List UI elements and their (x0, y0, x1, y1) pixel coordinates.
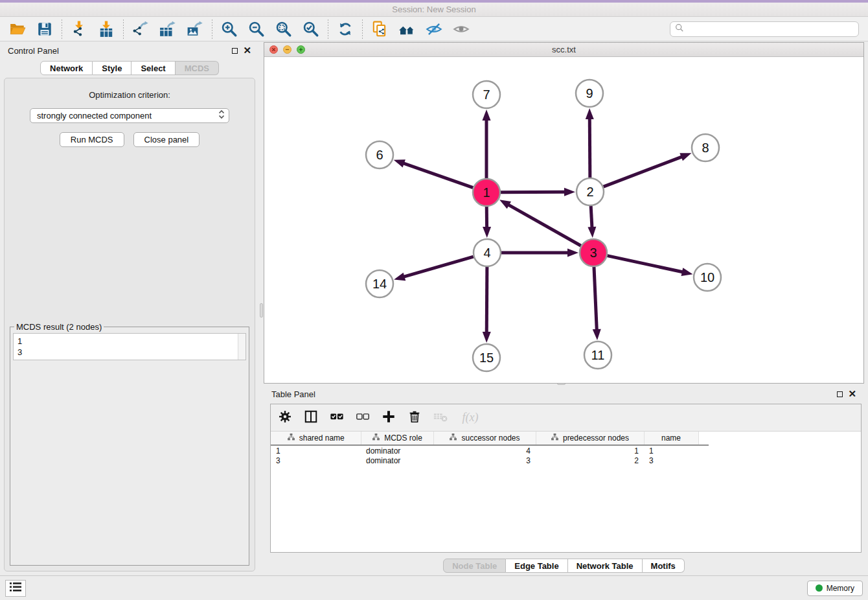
optimization-criterion-select[interactable]: strongly connected component (30, 108, 229, 123)
table-cell-filler (698, 456, 709, 466)
tab-edge-table[interactable]: Edge Table (506, 559, 567, 573)
column-layout-button[interactable] (303, 410, 319, 426)
memory-button[interactable]: Memory (807, 581, 863, 596)
hide-selected-button[interactable] (420, 18, 448, 40)
mcds-tab-content: Optimization criterion: strongly connect… (4, 78, 255, 571)
column-header-name[interactable]: name (644, 432, 698, 445)
close-panel-icon[interactable]: ✕ (243, 47, 251, 54)
open-session-button[interactable] (4, 18, 31, 40)
zoom-in-button[interactable] (216, 18, 243, 40)
graph-edge-2-9[interactable] (586, 108, 594, 178)
export-table-button[interactable] (154, 18, 181, 40)
select-all-columns-button[interactable] (329, 410, 345, 426)
show-all-button[interactable] (448, 18, 475, 40)
save-session-button[interactable] (31, 18, 58, 40)
column-header-shared-name[interactable]: shared name (271, 432, 361, 445)
graph-node-4[interactable]: 4 (474, 239, 501, 266)
graph-node-7[interactable]: 7 (473, 81, 500, 108)
zoom-selected-button[interactable] (297, 18, 325, 40)
refresh-button[interactable] (332, 18, 359, 40)
zoom-fit-icon (275, 21, 292, 38)
graph-edge-4-14[interactable] (394, 257, 474, 281)
table-cell[interactable]: 1 (536, 445, 644, 456)
search-icon (675, 23, 684, 35)
run-mcds-button[interactable]: Run MCDS (60, 132, 124, 147)
zoom-selected-icon (303, 21, 319, 38)
graph-edge-1-6[interactable] (394, 159, 474, 188)
graph-node-3[interactable]: 3 (580, 239, 607, 266)
graph-edge-1-7[interactable] (483, 110, 491, 178)
import-network-button[interactable] (65, 18, 93, 40)
graph-edge-4-15[interactable] (483, 267, 491, 343)
graph-node-2[interactable]: 2 (577, 178, 604, 205)
svg-text:14: 14 (372, 277, 387, 291)
network-graph-canvas[interactable]: 7968124314101511 (264, 57, 863, 383)
network-window-titlebar: scc.txt (264, 43, 863, 57)
tab-mcds[interactable]: MCDS (176, 61, 219, 75)
deselect-all-columns-button[interactable] (355, 410, 371, 426)
table-cell[interactable]: 3 (644, 456, 698, 466)
close-panel-button[interactable]: Close panel (133, 132, 200, 147)
column-header-MCDS-role[interactable]: MCDS role (361, 432, 433, 445)
tab-motifs[interactable]: Motifs (643, 559, 685, 573)
vertical-splitter-grip[interactable] (260, 303, 263, 317)
table-cell[interactable]: dominator (361, 445, 433, 456)
float-panel-icon[interactable] (232, 48, 238, 54)
search-input[interactable] (687, 24, 854, 34)
tab-select[interactable]: Select (131, 61, 175, 75)
search-box[interactable] (670, 21, 859, 37)
graph-node-9[interactable]: 9 (576, 80, 603, 107)
graph-edge-3-11[interactable] (593, 267, 601, 340)
graph-node-1[interactable]: 1 (473, 179, 500, 206)
task-history-button[interactable] (5, 580, 26, 597)
table-cell[interactable]: 3 (433, 456, 536, 466)
graph-edge-3-1[interactable] (499, 200, 581, 246)
duplicate-network-button[interactable] (366, 18, 393, 40)
graph-node-14[interactable]: 14 (366, 270, 393, 297)
export-image-button[interactable] (181, 18, 209, 40)
column-header-successor-nodes[interactable]: successor nodes (433, 432, 536, 445)
memory-button-label: Memory (827, 584, 854, 593)
graph-edge-2-8[interactable] (604, 153, 692, 187)
column-header-predecessor-nodes[interactable]: predecessor nodes (536, 432, 644, 445)
graph-node-6[interactable]: 6 (366, 141, 393, 168)
import-table-button[interactable] (93, 18, 120, 40)
zoom-out-button[interactable] (243, 18, 270, 40)
mcds-result-box: MCDS result (2 nodes) 13 (10, 322, 249, 566)
tab-network[interactable]: Network (40, 61, 93, 75)
graph-edge-2-3[interactable] (588, 206, 596, 238)
add-column-button[interactable] (381, 410, 396, 426)
settings-gear-button[interactable] (277, 410, 293, 426)
graph-node-15[interactable]: 15 (473, 344, 500, 371)
export-network-button[interactable] (127, 18, 154, 40)
table-row[interactable]: 3dominator323 (271, 456, 709, 466)
table-row[interactable]: 1dominator411 (271, 445, 709, 456)
float-table-panel-icon[interactable] (837, 391, 843, 397)
graph-edge-1-2[interactable] (501, 188, 575, 196)
graph-edge-4-3[interactable] (501, 249, 578, 257)
table-cell[interactable]: 3 (271, 456, 361, 466)
tab-node-table[interactable]: Node Table (443, 559, 506, 573)
tab-network-table[interactable]: Network Table (568, 559, 643, 573)
table-cell[interactable]: 1 (644, 445, 698, 456)
memory-status-icon (816, 584, 823, 592)
graph-node-11[interactable]: 11 (584, 341, 611, 369)
table-cell[interactable]: 2 (536, 456, 644, 466)
tab-style[interactable]: Style (93, 61, 131, 75)
vertical-splitter[interactable] (259, 41, 264, 575)
zoom-fit-button[interactable] (270, 18, 297, 40)
graph-node-10[interactable]: 10 (694, 264, 721, 291)
graph-edge-1-4[interactable] (483, 207, 491, 238)
result-scrollbar[interactable] (238, 334, 246, 360)
mcds-result-list[interactable]: 13 (13, 333, 246, 360)
function-builder-icon: f(x) (463, 411, 479, 424)
first-neighbors-icon (398, 21, 415, 38)
graph-node-8[interactable]: 8 (692, 134, 719, 161)
graph-edge-3-10[interactable] (608, 256, 693, 276)
delete-column-button[interactable] (407, 410, 422, 426)
table-cell[interactable]: 4 (433, 445, 536, 456)
first-neighbors-button[interactable] (393, 18, 420, 40)
table-cell[interactable]: dominator (361, 456, 433, 466)
table-cell[interactable]: 1 (271, 445, 361, 456)
close-table-panel-icon[interactable]: ✕ (848, 391, 856, 397)
